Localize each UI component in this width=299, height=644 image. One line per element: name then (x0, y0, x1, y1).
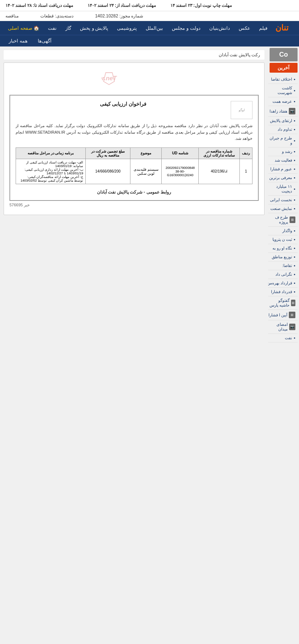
sidebar-item-6[interactable]: ● طرح م جبران و (265, 134, 298, 147)
tender-body: شرکت پالایش نفت آبادان در نظر دارد مناقص… (16, 123, 252, 142)
grid-icon-23: ⊞ (291, 300, 295, 306)
bullet-2: ● (294, 100, 295, 103)
sidebar-item-8[interactable]: ● فعالیت شد (265, 156, 298, 165)
sidebar-item-14[interactable]: ⊞ طرح ف پروژه (265, 213, 298, 227)
akharin-label: آخرین (270, 63, 298, 73)
sidebar-item-24[interactable]: ⊞ آیین ا فشارا (265, 310, 298, 320)
sidebar-item-2[interactable]: ● عرضه همت (265, 97, 298, 106)
sidebar-item-11[interactable]: ● ۱۱ میلیارد دیجیت (265, 182, 298, 196)
bullet-15: ● (294, 229, 295, 232)
page-layout: Co آخرین ● اختلاف تقاضا ● کاشت شهرست ● ع… (0, 46, 299, 346)
sidebar-item-13[interactable]: ● نمایش صنعت (265, 204, 298, 213)
page-title: رکت پالایش نفت آبادان (219, 52, 260, 57)
sidebar-item-26[interactable]: ● نفت (265, 334, 298, 343)
sidebar-item-19[interactable]: ● تقاضا: (265, 262, 298, 270)
bullet-19: ● (294, 264, 295, 267)
logo-watermark: AriaTender.neT (9, 68, 259, 91)
sub-nav: آگهی‌ها همه اخبار (0, 35, 299, 46)
nav-bein[interactable]: بین‌الملل (141, 22, 167, 35)
sidebar-item-25[interactable]: 📷 امضای میدان (265, 320, 298, 334)
col-tender-num: شماره مناقصه در سامانه تدارکات ارزی (199, 147, 240, 159)
main-nav: تنان فیلم عکس دانش‌بنیان دولت و مجلس بین… (0, 21, 299, 35)
bottom-info-bar: شماره مجوز: 1402.10282 دسته‌بندی: قطعات … (0, 11, 299, 21)
bullet-22: ● (294, 290, 295, 293)
grid-icon-14: ⊞ (290, 216, 295, 223)
col-schedule: برنامه زمانی در مراحل مناقصه (16, 147, 86, 159)
bullet-26: ● (294, 336, 295, 340)
cell-row: 1 (240, 159, 252, 184)
nav-home[interactable]: 🏠 صفحه اصلی (4, 22, 44, 35)
bullet-4: ● (294, 119, 295, 122)
bullet-20: ● (294, 273, 295, 276)
nav-gaz[interactable]: گاز (61, 22, 76, 35)
bullet-17: ● (294, 247, 295, 250)
tender-title: فراخوان ارزیابی کیفی (16, 101, 231, 107)
sidebar: ● اختلاف تقاضا ● کاشت شهرست ● عرضه همت 📷… (265, 73, 298, 344)
cell-subject: سیستم قلبه‌بندی لوین سکین (130, 159, 162, 184)
col-uid: شناسه UD (162, 147, 199, 159)
sidebar-item-22[interactable]: ● قدرداد فشارا (265, 288, 298, 296)
nav-film[interactable]: فیلم (255, 22, 272, 35)
bullet-12: ● (294, 198, 295, 202)
deadline-first: مهلت چاپ نوبت اول: ۲۳ اسفند ۱۴ (170, 3, 232, 8)
camera-icon-25: 📷 (289, 324, 295, 330)
cell-schedule: الف- مهلت دریافت اسناد ارزیابی کیفی از س… (16, 159, 86, 184)
cell-tender-num: اد/402/196 (199, 159, 240, 184)
sidebar-item-20[interactable]: ● نگرانی داد (265, 270, 298, 279)
page-title-bar: رکت پالایش نفت آبادان (4, 50, 264, 60)
sidebar-item-15[interactable]: ● واگذار (265, 227, 298, 235)
main-content: رکت پالایش نفت آبادان AriaTender.neT لوگ… (0, 46, 268, 346)
bullet-5: ● (294, 128, 295, 131)
top-info-bar: مهلت چاپ نوبت اول: ۲۳ اسفند ۱۴ مهلت دریا… (0, 0, 299, 11)
sidebar-item-17[interactable]: ● نگاه او رو به (265, 244, 298, 253)
col-amount: مبلغ تضمین شرکت در مناقصه به ریال (86, 147, 130, 159)
sidebar-item-9[interactable]: ● عبور م فشارا (265, 165, 298, 174)
bullet-7: ● (294, 150, 295, 153)
sub-nav-all[interactable]: همه اخبار (4, 35, 33, 46)
nav-photo[interactable]: عکس (234, 22, 255, 35)
org-logo: لوگو (231, 101, 252, 119)
bullet-1: ● (294, 89, 295, 92)
sidebar-item-10[interactable]: ● معرفی برترین (265, 174, 298, 182)
nav-naft[interactable]: نفت (44, 22, 61, 35)
bullet-13: ● (294, 207, 295, 210)
co-box: Co (270, 48, 298, 61)
site-logo: تنان (272, 21, 292, 35)
sub-nav-agahi[interactable]: آگهی‌ها (33, 35, 57, 46)
bullet-9: ● (294, 167, 295, 171)
camera-icon-3: 📷 (289, 108, 295, 114)
category-label: شماره مجوز: 1402.10282 (95, 13, 143, 19)
svg-text:AriaTender.neT: AriaTender.neT (101, 75, 117, 82)
bullet-21: ● (294, 282, 295, 285)
sidebar-item-3[interactable]: 📷 هفتاد زاهدا (265, 106, 298, 117)
col-row: ردیف (240, 147, 252, 159)
bullet-18: ● (294, 255, 295, 259)
cell-uid: 2002092179000848 38-90-0240(300001/G16 (162, 159, 199, 184)
nav-petro[interactable]: پتروشیمی (113, 22, 141, 35)
sidebar-item-23[interactable]: ⊞ گفتوگو حاشیه پارس (265, 296, 298, 310)
sidebar-item-0[interactable]: ● اختلاف تقاضا (265, 75, 298, 84)
nav-palayesh[interactable]: پالایش و پخش (76, 22, 113, 35)
sidebar-item-16[interactable]: ● ثبت ن پتروپا (265, 235, 298, 244)
tender-table: ردیف شماره مناقصه در سامانه تدارکات ارزی… (16, 147, 252, 184)
bullet-11: ● (294, 187, 295, 191)
sidebar-item-5[interactable]: ● تداوم داد (265, 125, 298, 134)
tender-footer: روابط عمومی - شرکت پالایش نفت آبادان (16, 190, 252, 195)
type: مناقصه (5, 13, 19, 19)
tender-document: AriaTender.neT لوگو فراخوان ارزیابی کیفی… (4, 62, 264, 215)
sidebar-item-18[interactable]: ● توزیع مناطق (265, 253, 298, 262)
right-panel: Co آخرین ● اختلاف تقاضا ● کاشت شهرست ● ع… (268, 46, 299, 346)
col-subject: موضوع (130, 147, 162, 159)
nav-dolat[interactable]: دولت و مجلس (167, 22, 205, 35)
nav-danesh[interactable]: دانش‌بنیان (205, 22, 234, 35)
sidebar-item-12[interactable]: ● نخست ایرانی (265, 196, 298, 204)
sidebar-item-1[interactable]: ● کاشت شهرست (265, 84, 298, 97)
sidebar-item-7[interactable]: ● رشد و (265, 147, 298, 156)
bullet-16: ● (294, 238, 295, 241)
sidebar-item-4[interactable]: ● ارتقای پالایش (265, 117, 298, 125)
bullet-10: ● (294, 176, 295, 179)
bullet-8: ● (294, 159, 295, 162)
sidebar-item-21[interactable]: ● قرارداد بهره‌من (265, 279, 298, 288)
category: دسته‌بندی: قطعات (40, 13, 73, 19)
cell-amount: 14/666/086/200 (86, 159, 130, 184)
